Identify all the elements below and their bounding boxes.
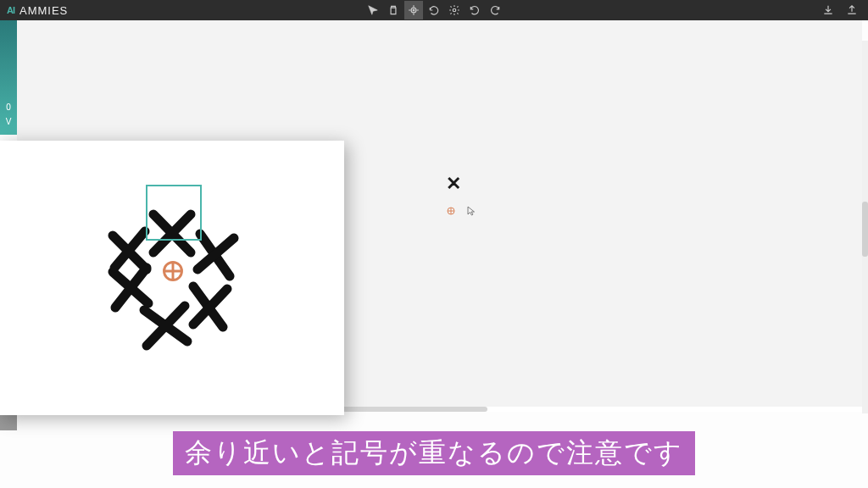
logo-icon: AI (7, 5, 14, 15)
settings-tool-icon[interactable] (445, 1, 464, 19)
download-icon[interactable] (819, 1, 837, 19)
center-marker-icon[interactable] (446, 204, 456, 214)
redo-tool-icon[interactable] (486, 1, 504, 19)
zoom-center-marker-icon[interactable] (161, 259, 185, 283)
caption-text: 余り近いと記号が重なるので注意です (185, 437, 683, 468)
center-toolbar (364, 1, 504, 19)
zoom-panel (0, 141, 344, 415)
logo-area: AI AMMIES (7, 4, 68, 17)
refresh-tool-icon[interactable] (425, 1, 443, 19)
selection-box[interactable] (146, 185, 202, 241)
vertical-scrollbar[interactable] (862, 41, 868, 413)
zoom-content (0, 141, 344, 415)
app-title: AMMIES (19, 4, 68, 17)
upload-icon[interactable] (843, 1, 861, 19)
top-toolbar: AI AMMIES (0, 0, 868, 20)
undo-tool-icon[interactable] (465, 1, 484, 19)
pointer-tool-icon[interactable] (364, 1, 382, 19)
svg-point-1 (413, 9, 415, 11)
trash-tool-icon[interactable] (384, 1, 403, 19)
caption-bar: 余り近いと記号が重なるので注意です (173, 431, 695, 475)
svg-point-2 (453, 8, 456, 12)
left-sidebar: 0 V (0, 20, 17, 135)
sidebar-label-top: 0 (6, 103, 11, 112)
cursor-icon (466, 204, 476, 218)
x-cross-mark[interactable]: ✕ (446, 173, 461, 195)
right-toolbar (819, 1, 861, 19)
target-tool-icon[interactable] (404, 1, 423, 19)
vertical-scrollbar-thumb[interactable] (862, 202, 868, 257)
sidebar-label-bottom: V (6, 117, 12, 126)
